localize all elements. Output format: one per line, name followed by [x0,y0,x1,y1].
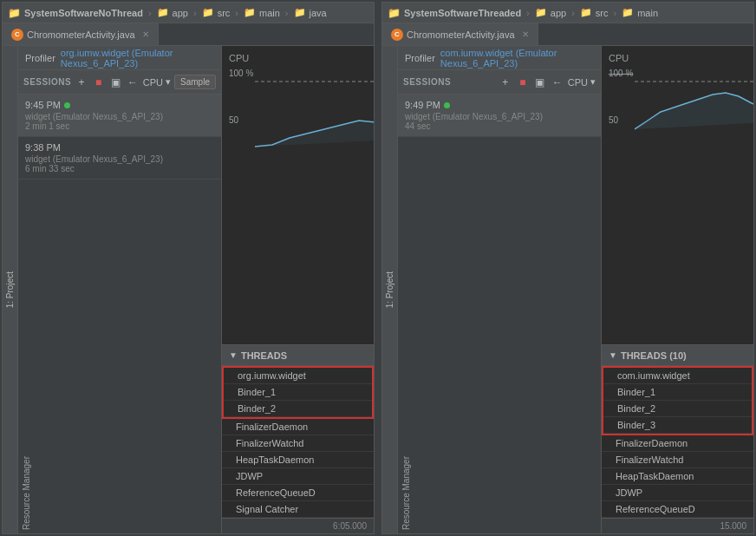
session-item-2[interactable]: 9:38 PM widget (Emulator Nexus_6_API_23)… [18,137,221,180]
right-session-duration-1: 44 sec [405,121,594,131]
cpu-chevron-left: ▾ [166,76,171,88]
right-thread-item-8[interactable]: ReferenceQueueD [602,501,753,518]
right-vertical-label: 1: Project [382,46,398,533]
cpu-label-left: CPU [143,77,163,88]
left-thread-item-4[interactable]: FinalizerWatchd [222,435,374,452]
left-thread-item-8[interactable]: Signal Catcher [222,501,374,518]
left-cpu-100: 100 % [229,69,253,78]
right-thread-item-0[interactable]: com.iumw.widget [603,368,752,384]
left-cpu-graph [255,77,374,181]
left-content-area: 1: Project Profiler org.iumw.widget (Emu… [3,46,374,533]
left-project-name: SystemSoftwareNoThread [24,8,143,18]
record-btn-right[interactable]: ▣ [533,75,547,89]
threads-chevron-left: ▼ [229,350,238,360]
left-timestamp: 6:05.000 [333,521,367,531]
left-thread-item-7[interactable]: ReferenceQueueD [222,485,374,501]
right-thread-item-6[interactable]: HeapTaskDaemon [602,468,753,485]
left-profiler-bar: Profiler org.iumw.widget (Emulator Nexus… [18,46,221,70]
folder-icon-src-r: 📁 [580,7,592,18]
cpu-label-right: CPU [568,77,588,88]
sample-btn-left[interactable]: Sample [174,75,216,89]
left-sessions-toolbar: SESSIONS + ■ ▣ ← CPU ▾ Sample [18,70,221,95]
right-tab-bar: C ChromometerActivity.java ✕ [382,23,753,46]
left-tab-label: ChromometerActivity.java [27,29,135,40]
right-sessions-toolbar: SESSIONS + ■ ▣ ← CPU ▾ [398,70,601,95]
folder-icon-app-r: 📁 [535,7,547,18]
right-main-content: CPU 100 % 50 ▼ THREADS (10) [602,46,753,533]
back-btn-left[interactable]: ← [126,75,140,89]
left-thread-item-6[interactable]: JDWP [222,468,374,485]
left-title-bar: 📁 SystemSoftwareNoThread › 📁 app › 📁 src… [3,3,374,23]
left-threads-title: THREADS [241,350,287,361]
right-thread-item-7[interactable]: JDWP [602,485,753,501]
breadcrumb-java: java [310,8,327,18]
folder-icon-right: 📁 [388,7,401,19]
back-btn-right[interactable]: ← [551,75,564,89]
left-tab-close[interactable]: ✕ [142,29,149,39]
left-vertical-label: 1: Project [3,46,18,533]
right-panel: 📁 SystemSoftwareThreaded › 📁 app › 📁 src… [381,2,754,534]
session-duration-2: 6 min 33 sec [25,164,214,173]
left-thread-item-0[interactable]: org.iumw.widget [224,368,372,384]
stop-btn-left[interactable]: ■ [92,75,106,89]
add-session-btn-right[interactable]: + [499,75,512,89]
right-cpu-100: 100 % [609,69,633,78]
session-time-2: 9:38 PM [25,142,214,153]
breadcrumb-src: src [218,8,231,18]
session-device-1: widget (Emulator Nexus_6_API_23) [25,112,214,121]
right-timestamp-bar: 15.000 [602,518,753,533]
add-session-btn-left[interactable]: + [75,75,88,89]
record-btn-left[interactable]: ▣ [108,75,122,89]
right-thread-item-1[interactable]: Binder_1 [603,384,752,401]
stop-btn-right[interactable]: ■ [516,75,530,89]
threads-chevron-right: ▼ [609,350,617,360]
right-timestamp: 15.000 [720,521,746,531]
left-tab-bar: C ChromometerActivity.java ✕ [3,23,374,46]
left-thread-list: org.iumw.widget Binder_1 Binder_2 Finali… [222,366,374,518]
right-session-item-1[interactable]: 9:49 PM widget (Emulator Nexus_6_API_23)… [398,95,601,137]
left-timestamp-bar: 6:05.000 [222,518,374,533]
cpu-dropdown-left[interactable]: CPU ▾ [143,76,171,88]
session-time-1: 9:45 PM [25,100,214,110]
folder-icon-main-r: 📁 [622,7,634,18]
left-file-tab[interactable]: C ChromometerActivity.java ✕ [3,23,159,45]
right-thread-item-5[interactable]: FinalizerWatchd [602,452,753,468]
session-device-2: widget (Emulator Nexus_6_API_23) [25,154,214,164]
right-profiler-bar: Profiler com.iumw.widget (Emulator Nexus… [398,46,601,70]
right-tab-close[interactable]: ✕ [522,29,529,39]
profiler-label-left: Profiler [25,53,55,63]
left-thread-item-2[interactable]: Binder_2 [224,401,372,417]
right-graph-area: CPU 100 % 50 [602,46,753,344]
left-panel: 📁 SystemSoftwareNoThread › 📁 app › 📁 src… [2,2,375,534]
right-threads-section: ▼ THREADS (10) com.iumw.widget Binder_1 … [602,344,753,518]
right-threads-title: THREADS (10) [621,350,687,361]
right-file-tab[interactable]: C ChromometerActivity.java ✕ [382,23,538,45]
java-icon-right: C [391,29,403,41]
breadcrumb-app: app [173,8,188,18]
cpu-dropdown-right[interactable]: CPU ▾ [568,76,596,88]
left-thread-item-1[interactable]: Binder_1 [224,384,372,401]
cpu-chevron-right: ▾ [590,76,596,88]
panel-divider [376,0,380,536]
left-sidebar: Profiler org.iumw.widget (Emulator Nexus… [18,46,222,533]
right-thread-item-2[interactable]: Binder_2 [603,401,752,417]
session-item-1[interactable]: 9:45 PM widget (Emulator Nexus_6_API_23)… [18,95,221,137]
right-thread-item-3[interactable]: Binder_3 [603,417,752,434]
profiler-label-right: Profiler [405,53,435,63]
right-cpu-graph [635,77,753,181]
resource-manager-label: Resource Manager [22,456,31,530]
right-sidebar: Profiler com.iumw.widget (Emulator Nexus… [398,46,602,533]
right-thread-item-4[interactable]: FinalizerDaemon [602,435,753,452]
right-threads-header: ▼ THREADS (10) [602,345,753,366]
left-cpu-50: 50 [229,115,238,125]
folder-icon-main: 📁 [244,7,256,18]
folder-icon-left: 📁 [8,7,21,19]
right-resource-manager-label: Resource Manager [401,456,411,530]
left-thread-item-5[interactable]: HeapTaskDaemon [222,452,374,468]
left-main-content: CPU 100 % 50 ▼ THREADS [222,46,374,533]
left-thread-item-3[interactable]: FinalizerDaemon [222,419,374,435]
breadcrumb-src-r: src [596,8,609,18]
left-sessions-label: SESSIONS [23,77,71,87]
right-cpu-50: 50 [609,115,618,125]
right-session-time-1: 9:49 PM [405,100,594,110]
